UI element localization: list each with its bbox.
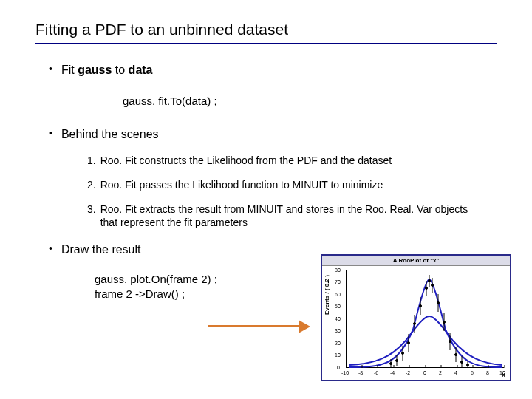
txt: data bbox=[129, 64, 153, 76]
bullet-mark: • bbox=[49, 62, 52, 77]
txt: gauss bbox=[78, 64, 112, 76]
ytick: 80 bbox=[335, 267, 341, 273]
bullet-mark: • bbox=[49, 126, 52, 141]
arrow-icon bbox=[208, 318, 312, 335]
xtick: -10 bbox=[341, 370, 349, 375]
xtick: -4 bbox=[390, 370, 395, 375]
plot-ylabel: Events / ( 0.2 ) bbox=[324, 275, 330, 315]
num: 1. bbox=[87, 154, 96, 168]
txt: Roo. Fit extracts the result from MINUIT… bbox=[100, 202, 485, 231]
xtick: -2 bbox=[406, 370, 410, 375]
plot-title: A RooPlot of "x" bbox=[322, 256, 510, 266]
num: 2. bbox=[87, 178, 96, 192]
result-plot: A RooPlot of "x" Events / ( 0.2 ) x bbox=[321, 254, 511, 381]
xtick: 10 bbox=[499, 370, 505, 375]
txt: Roo. Fit constructs the Likelihood from … bbox=[100, 154, 392, 168]
plot-curves bbox=[347, 270, 505, 368]
ytick: 70 bbox=[335, 279, 341, 284]
list-item: 2. Roo. Fit passes the Likelihood functi… bbox=[87, 178, 497, 192]
ytick: 20 bbox=[335, 341, 341, 346]
bullet-text: Fit gauss to data bbox=[61, 62, 153, 78]
xtick: -6 bbox=[374, 370, 378, 375]
txt: to bbox=[112, 64, 128, 76]
ytick: 10 bbox=[335, 352, 341, 358]
xtick: 4 bbox=[454, 370, 457, 375]
xtick: 6 bbox=[471, 370, 474, 375]
ytick: 40 bbox=[335, 316, 341, 321]
xtick: -8 bbox=[358, 370, 363, 375]
txt: Fit bbox=[61, 64, 78, 76]
data-points bbox=[390, 275, 469, 367]
xtick: 8 bbox=[486, 370, 489, 375]
bullet-behind: • Behind the scenes bbox=[35, 126, 497, 143]
bullet-text: Behind the scenes bbox=[61, 126, 159, 143]
ytick: 50 bbox=[335, 304, 341, 309]
fit-curve-1 bbox=[349, 279, 502, 367]
code-fitto: gauss. fit.To(data) ; bbox=[123, 95, 497, 107]
fit-curve-2 bbox=[349, 316, 502, 365]
page-title: Fitting a PDF to an unbinned dataset bbox=[35, 21, 497, 44]
list-item: 3. Roo. Fit extracts the result from MIN… bbox=[87, 202, 497, 231]
numbered-list: 1. Roo. Fit constructs the Likelihood fr… bbox=[87, 154, 497, 231]
bullet-fit: • Fit gauss to data bbox=[35, 62, 497, 78]
bullet-text: Draw the result bbox=[61, 242, 141, 258]
xtick: 2 bbox=[439, 370, 442, 375]
num: 3. bbox=[87, 202, 96, 216]
ytick: 0 bbox=[337, 365, 340, 370]
txt: Roo. Fit passes the Likelihood function … bbox=[100, 178, 383, 192]
list-item: 1. Roo. Fit constructs the Likelihood fr… bbox=[87, 154, 497, 168]
ytick: 30 bbox=[335, 328, 341, 333]
ytick: 60 bbox=[335, 292, 341, 297]
bullet-mark: • bbox=[49, 242, 52, 256]
plot-area bbox=[346, 270, 504, 368]
xtick: 0 bbox=[423, 370, 426, 375]
